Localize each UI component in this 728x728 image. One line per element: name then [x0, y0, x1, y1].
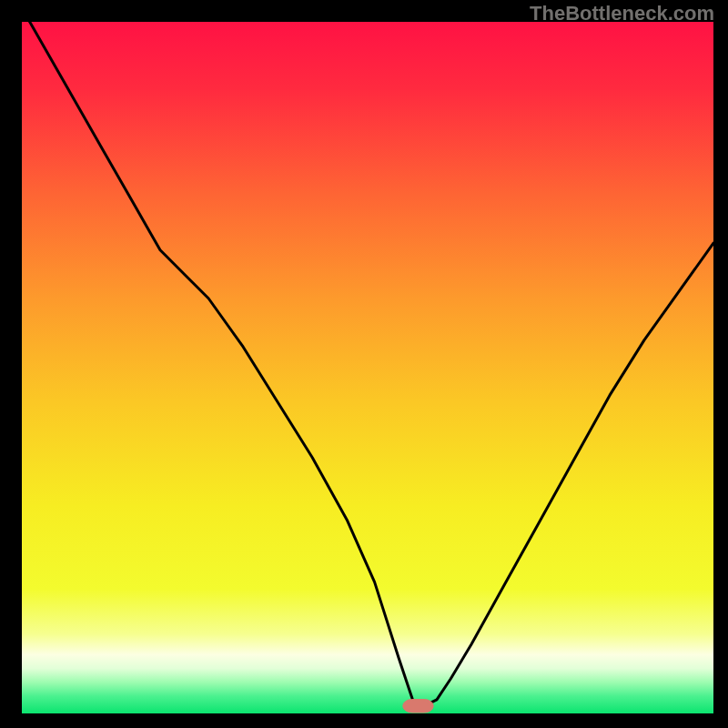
gradient-background: [22, 22, 713, 713]
plot-svg: [22, 22, 713, 713]
watermark-label: TheBottleneck.com: [530, 2, 714, 25]
plot-area: [22, 22, 713, 713]
optimum-marker: [403, 700, 433, 713]
chart-frame: TheBottleneck.com: [0, 0, 728, 728]
